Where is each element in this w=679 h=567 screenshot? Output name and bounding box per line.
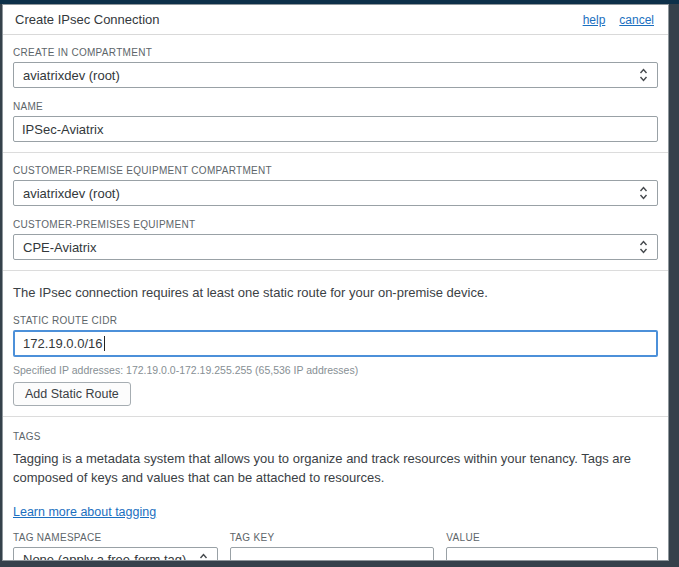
chevron-up-down-icon: [639, 68, 648, 82]
tags-description: Tagging is a metadata system that allows…: [13, 450, 658, 488]
tag-value-input[interactable]: [446, 547, 658, 560]
compartment-label: CREATE IN COMPARTMENT: [13, 47, 658, 58]
tag-namespace-select[interactable]: None (apply a free-form tag): [13, 547, 218, 560]
header-links: help cancel: [583, 13, 654, 27]
cpe-select[interactable]: CPE-Aviatrix: [13, 234, 658, 260]
tag-key-label: TAG KEY: [230, 532, 435, 543]
tag-namespace-select-value: None (apply a free-form tag): [23, 552, 186, 560]
dialog-title: Create IPsec Connection: [15, 12, 160, 27]
add-static-route-button[interactable]: Add Static Route: [13, 382, 131, 406]
cpe-compartment-select-value: aviatrixdev (root): [23, 186, 120, 201]
text-caret: [104, 336, 105, 351]
name-input[interactable]: [13, 116, 658, 142]
static-route-cidr-input[interactable]: 172.19.0.0/16: [13, 330, 658, 357]
section-tags: TAGS Tagging is a metadata system that a…: [3, 417, 668, 560]
chevron-up-down-icon: [639, 186, 648, 200]
create-ipsec-connection-dialog: Create IPsec Connection help cancel CREA…: [2, 4, 669, 561]
cpe-select-value: CPE-Aviatrix: [23, 240, 96, 255]
section-cpe: CUSTOMER-PREMISE EQUIPMENT COMPARTMENT a…: [3, 153, 668, 271]
name-label: NAME: [13, 101, 658, 112]
chevron-up-down-icon: [199, 553, 208, 560]
section-static-route: The IPsec connection requires at least o…: [3, 271, 668, 417]
chevron-up-down-icon: [639, 240, 648, 254]
cidr-helper-text: Specified IP addresses: 172.19.0.0-172.1…: [13, 364, 658, 376]
tag-row: TAG NAMESPACE None (apply a free-form ta…: [13, 524, 658, 560]
cpe-compartment-label: CUSTOMER-PREMISE EQUIPMENT COMPARTMENT: [13, 165, 658, 176]
static-route-cidr-value: 172.19.0.0/16: [23, 336, 103, 351]
tags-label: TAGS: [13, 431, 658, 442]
dialog-header: Create IPsec Connection help cancel: [3, 5, 668, 35]
static-route-cidr-label: STATIC ROUTE CIDR: [13, 315, 658, 326]
cpe-compartment-select[interactable]: aviatrixdev (root): [13, 180, 658, 206]
static-route-intro: The IPsec connection requires at least o…: [13, 284, 658, 303]
help-link[interactable]: help: [583, 13, 606, 27]
compartment-select[interactable]: aviatrixdev (root): [13, 62, 658, 88]
dialog-body: CREATE IN COMPARTMENT aviatrixdev (root)…: [3, 35, 668, 560]
cancel-link[interactable]: cancel: [619, 13, 654, 27]
tag-key-input[interactable]: [230, 547, 435, 560]
section-general: CREATE IN COMPARTMENT aviatrixdev (root)…: [3, 35, 668, 153]
compartment-select-value: aviatrixdev (root): [23, 68, 120, 83]
learn-more-tagging-link[interactable]: Learn more about tagging: [13, 505, 156, 519]
tag-value-label: VALUE: [446, 532, 658, 543]
cpe-label: CUSTOMER-PREMISES EQUIPMENT: [13, 219, 658, 230]
tag-namespace-label: TAG NAMESPACE: [13, 532, 218, 543]
